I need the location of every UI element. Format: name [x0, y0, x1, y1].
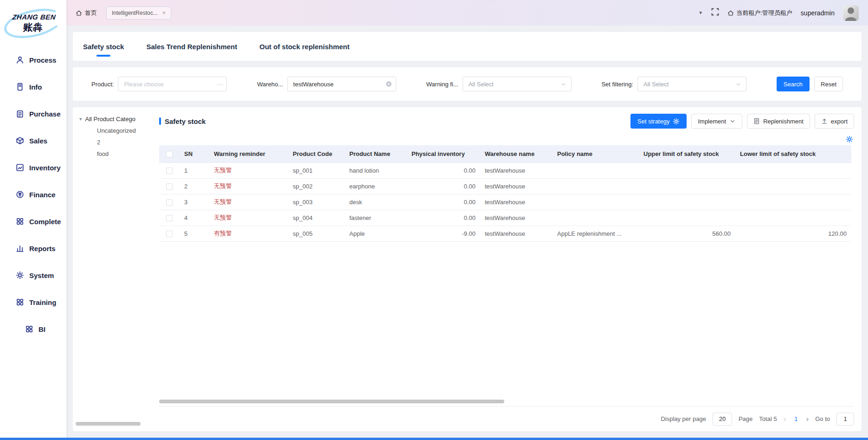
sidebar-item-process[interactable]: Process — [0, 46, 66, 73]
table-row[interactable]: 4 无预警 sp_004 fastener 0.00 testWarehouse — [159, 210, 851, 226]
warning-filter-select[interactable]: All Select — [463, 77, 572, 91]
tree-item-uncategorized[interactable]: Uncategorized — [79, 123, 152, 134]
sidebar-item-label: Complete — [29, 218, 61, 226]
category-tree: ▾ All Product Catego Uncategorized 2 foo… — [73, 107, 152, 431]
chevron-down-icon — [729, 118, 736, 124]
row-checkbox[interactable] — [166, 199, 173, 206]
table-horizontal-scrollbar — [159, 400, 854, 404]
topbar-right: ▼ 当前租户:管理员租户 superadmin — [698, 5, 859, 21]
product-label: Product: — [91, 81, 114, 88]
cell-warning: 无预警 — [209, 178, 288, 194]
username[interactable]: superadmin — [801, 9, 835, 17]
chevron-down-icon — [735, 81, 741, 87]
goto-label: Go to — [815, 415, 830, 422]
column-header: Lower limit of safety stock — [735, 145, 851, 162]
sidebar-item-label: Inventory — [29, 164, 61, 172]
column-header: Warehouse name — [480, 145, 553, 162]
table-row[interactable]: 1 无预警 sp_001 hand lotion 0.00 testWareho… — [159, 162, 851, 178]
safety-stock-table: SN Warning reminder Product Code Product… — [159, 145, 854, 399]
page-tabs: Safety stock Sales Trend Replenishment O… — [73, 32, 862, 61]
open-tab-chip[interactable]: IntelligentRestoc... × — [106, 6, 171, 19]
column-header: Product Code — [288, 145, 345, 162]
sidebar: ZHANG BEN 账犇 Process Info Purchase Sales — [0, 0, 66, 438]
cell-lower-limit — [735, 162, 851, 178]
caret-down-icon[interactable]: ▾ — [79, 116, 82, 122]
cell-product-code: sp_004 — [288, 210, 345, 226]
home-icon — [76, 10, 82, 16]
tree-item-2[interactable]: 2 — [79, 134, 152, 146]
tab-safety-stock[interactable]: Safety stock — [83, 32, 124, 61]
sidebar-item-sales[interactable]: Sales — [0, 127, 66, 154]
goto-input[interactable] — [836, 413, 854, 426]
set-strategy-button[interactable]: Set strategy — [630, 114, 687, 129]
warning-filter-value: All Select — [469, 81, 494, 88]
row-checkbox[interactable] — [166, 231, 173, 237]
implement-button[interactable]: Implement — [691, 114, 742, 129]
breadcrumb-home[interactable]: 首页 — [76, 9, 97, 17]
fullscreen-icon[interactable] — [711, 8, 719, 18]
clear-circle-icon[interactable] — [386, 81, 392, 87]
sidebar-item-label: Finance — [29, 191, 56, 199]
cell-lower-limit: 120.00 — [735, 226, 851, 241]
cell-physical-inventory: -9.00 — [407, 226, 480, 241]
cell-upper-limit — [639, 162, 735, 178]
sidebar-item-label: Process — [29, 56, 56, 64]
per-page-input[interactable] — [713, 413, 732, 426]
sidebar-item-reports[interactable]: Reports — [0, 235, 66, 262]
sidebar-item-bi[interactable]: BI — [0, 316, 66, 343]
sidebar-item-info[interactable]: Info — [0, 73, 66, 100]
row-checkbox[interactable] — [166, 168, 173, 174]
sidebar-item-finance[interactable]: Finance — [0, 181, 66, 208]
tab-sales-trend-replenishment[interactable]: Sales Trend Replenishment — [146, 32, 237, 61]
close-icon[interactable]: × — [162, 10, 166, 16]
table-row[interactable]: 2 无预警 sp_002 earphone 0.00 testWarehouse — [159, 178, 851, 194]
next-page-icon[interactable]: › — [806, 415, 809, 423]
tenant-label: 当前租户:管理员租户 — [736, 9, 792, 17]
cell-product-name: hand lotion — [345, 162, 407, 178]
sidebar-item-purchase[interactable]: Purchase — [0, 100, 66, 127]
reset-button[interactable]: Reset — [814, 77, 843, 91]
cell-physical-inventory: 0.00 — [407, 178, 480, 194]
search-button[interactable]: Search — [777, 77, 810, 91]
breadcrumb-home-label: 首页 — [85, 9, 97, 17]
warehouse-input[interactable] — [287, 77, 396, 91]
row-checkbox[interactable] — [166, 215, 173, 221]
title-accent-bar — [159, 117, 161, 125]
export-label: export — [831, 118, 848, 125]
export-button[interactable]: export — [815, 114, 854, 129]
sidebar-item-label: Sales — [29, 137, 47, 145]
tree-item-food[interactable]: food — [79, 146, 152, 157]
table-row[interactable]: 5 有预警 sp_005 Apple -9.00 testWarehouse A… — [159, 226, 851, 241]
prev-page-icon[interactable]: ‹ — [784, 415, 786, 423]
table-row[interactable]: 3 无预警 sp_003 desk 0.00 testWarehouse — [159, 194, 851, 210]
cell-lower-limit — [735, 178, 851, 194]
chevron-down-icon[interactable]: ▼ — [698, 10, 703, 15]
grid-icon — [16, 298, 24, 306]
sidebar-item-label: Info — [29, 83, 42, 91]
cell-warehouse: testWarehouse — [480, 226, 553, 241]
product-filter: Product: ··· — [91, 77, 227, 91]
current-page[interactable]: 1 — [792, 415, 799, 422]
product-input[interactable] — [118, 77, 227, 91]
replenishment-button[interactable]: Replenishment — [747, 114, 810, 129]
sidebar-item-training[interactable]: Training — [0, 289, 66, 316]
tree-root-all-categories[interactable]: ▾ All Product Catego — [79, 116, 152, 123]
panel-title: Safety stock — [165, 117, 206, 125]
tree-horizontal-scrollbar[interactable] — [76, 422, 141, 426]
ellipsis-icon[interactable]: ··· — [216, 80, 223, 88]
sidebar-item-inventory[interactable]: Inventory — [0, 154, 66, 181]
cell-sn: 4 — [180, 210, 209, 226]
logo-text-en: ZHANG BEN — [12, 13, 56, 21]
tab-out-of-stock-replenishment[interactable]: Out of stock replenishment — [259, 32, 349, 61]
cell-sn: 3 — [180, 194, 209, 210]
avatar[interactable] — [843, 5, 859, 21]
scrollbar-thumb[interactable] — [159, 400, 504, 403]
sidebar-item-complete[interactable]: Complete — [0, 208, 66, 235]
set-filter-select[interactable]: All Select — [637, 77, 746, 91]
row-checkbox[interactable] — [166, 183, 173, 190]
sidebar-item-system[interactable]: System — [0, 262, 66, 289]
tree-root-label: All Product Catego — [85, 116, 135, 123]
column-settings-gear-icon[interactable] — [846, 136, 853, 143]
cell-sn: 1 — [180, 162, 209, 178]
select-all-checkbox[interactable] — [166, 151, 173, 157]
